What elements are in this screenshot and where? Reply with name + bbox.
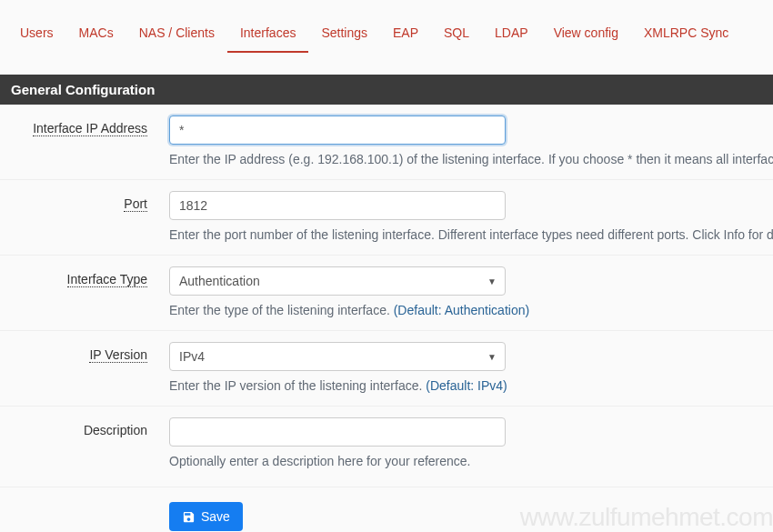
help-port: Enter the port number of the listening i…	[169, 227, 773, 242]
label-port: Port	[124, 196, 147, 212]
default-link-ip-version[interactable]: (Default: IPv4)	[426, 378, 507, 393]
help-interface-type: Enter the type of the listening interfac…	[169, 303, 773, 317]
tab-view-config[interactable]: View config	[541, 16, 631, 53]
help-ip-version: Enter the IP version of the listening in…	[169, 378, 773, 393]
label-ip-version: IP Version	[89, 347, 147, 363]
interface-type-select[interactable]: Authentication	[169, 266, 506, 296]
ip-version-select[interactable]: IPv4	[169, 342, 506, 371]
label-interface-type: Interface Type	[67, 272, 147, 287]
save-button[interactable]: Save	[169, 502, 243, 531]
tab-users[interactable]: Users	[7, 16, 66, 53]
save-icon	[182, 510, 196, 524]
section-header-general: General Configuration	[0, 75, 773, 105]
tab-nas-clients[interactable]: NAS / Clients	[126, 16, 227, 53]
tab-macs[interactable]: MACs	[66, 16, 126, 53]
tab-settings[interactable]: Settings	[308, 16, 380, 53]
row-interface-type: Interface Type Authentication ▼ Enter th…	[0, 256, 773, 331]
row-description: Description Optionally enter a descripti…	[0, 407, 773, 481]
tab-interfaces[interactable]: Interfaces	[227, 16, 308, 53]
tab-eap[interactable]: EAP	[380, 16, 431, 53]
default-link-interface-type[interactable]: (Default: Authentication)	[394, 303, 529, 317]
tab-bar: Users MACs NAS / Clients Interfaces Sett…	[0, 0, 773, 53]
row-ip-version: IP Version IPv4 ▼ Enter the IP version o…	[0, 331, 773, 407]
label-interface-ip: Interface IP Address	[33, 121, 147, 136]
tab-ldap[interactable]: LDAP	[482, 16, 541, 53]
save-button-label: Save	[201, 509, 230, 524]
interface-ip-input[interactable]	[169, 115, 506, 145]
row-interface-ip: Interface IP Address Enter the IP addres…	[0, 105, 773, 180]
description-input[interactable]	[169, 417, 506, 447]
tab-sql[interactable]: SQL	[431, 16, 482, 53]
tab-xmlrpc-sync[interactable]: XMLRPC Sync	[631, 16, 741, 53]
port-input[interactable]	[169, 191, 506, 220]
row-port: Port Enter the port number of the listen…	[0, 180, 773, 256]
button-row: Save	[0, 487, 773, 531]
help-interface-ip: Enter the IP address (e.g. 192.168.100.1…	[169, 152, 773, 166]
help-description: Optionally enter a description here for …	[169, 454, 773, 468]
label-description: Description	[84, 423, 147, 437]
